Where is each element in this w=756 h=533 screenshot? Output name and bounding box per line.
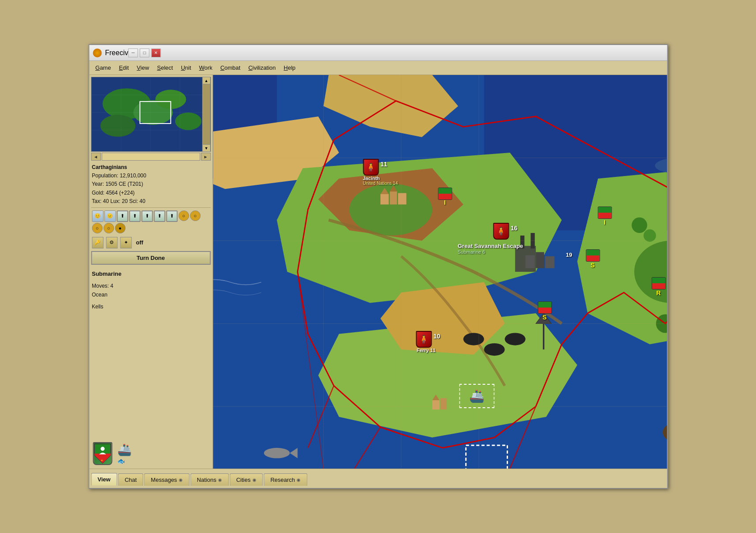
- menu-help[interactable]: Help: [280, 63, 299, 73]
- toolbar-btn-unit4[interactable]: ⬆: [154, 210, 165, 222]
- tab-nations-label: Nations: [197, 477, 216, 483]
- off-label: off: [136, 239, 143, 246]
- sidebar: ▲ ▼ ◄ ► Carthaginians Population: 12,910…: [89, 75, 213, 469]
- menubar: Game Edit View Select Unit Work Combat C…: [89, 61, 667, 75]
- unit-shield: ♥: [93, 442, 112, 465]
- menu-game[interactable]: Game: [92, 63, 114, 73]
- titlebar-buttons: ─ □ ✕: [128, 49, 161, 57]
- menu-unit[interactable]: Unit: [177, 63, 195, 73]
- toolbar-btn-2[interactable]: 😐: [104, 210, 116, 222]
- messages-icon: ◉: [179, 477, 183, 482]
- toolbar-btn-unit1[interactable]: ⬆: [117, 210, 128, 222]
- nations-icon: ◉: [218, 477, 222, 482]
- tab-chat-label: Chat: [124, 477, 136, 483]
- nav-right[interactable]: ►: [201, 153, 211, 161]
- action-btn-3[interactable]: ✦: [120, 237, 132, 248]
- svg-rect-69: [440, 398, 447, 409]
- terrain-label: Ocean: [92, 290, 210, 299]
- svg-point-33: [632, 218, 647, 233]
- svg-point-27: [463, 333, 484, 345]
- minimize-button[interactable]: ─: [128, 49, 138, 57]
- maximize-button[interactable]: □: [139, 49, 149, 57]
- menu-combat[interactable]: Combat: [217, 63, 244, 73]
- year-label: Year: 1505 CE (T201): [92, 180, 210, 188]
- tab-messages[interactable]: Messages ◉: [144, 473, 189, 486]
- tab-research[interactable]: Research ◉: [264, 473, 308, 486]
- toolbar-btn-gold5[interactable]: ●: [115, 223, 125, 233]
- titlebar: Freeciv ─ □ ✕: [89, 45, 667, 61]
- menu-select[interactable]: Select: [154, 63, 177, 73]
- svg-rect-60: [380, 194, 389, 204]
- tab-chat[interactable]: Chat: [118, 473, 143, 486]
- tab-cities[interactable]: Cities ◉: [229, 473, 263, 486]
- svg-rect-67: [545, 256, 554, 268]
- unit-display: ♥ 🚢 🐟: [91, 440, 211, 467]
- tab-messages-label: Messages: [151, 477, 177, 483]
- main-window: Freeciv ─ □ ✕ Game Edit View Select Unit…: [88, 44, 668, 489]
- nav-left[interactable]: ◄: [91, 153, 101, 161]
- cities-icon: ◉: [252, 477, 256, 482]
- action-btn-1[interactable]: 🔑: [92, 237, 103, 248]
- tab-research-label: Research: [271, 477, 295, 483]
- toolbar-btn-gold3[interactable]: ○: [92, 223, 102, 233]
- toolbar-btn-gold2[interactable]: ○: [190, 210, 200, 221]
- svg-point-28: [484, 343, 504, 356]
- window-title: Freeciv: [105, 49, 128, 57]
- bottom-tabs: View Chat Messages ◉ Nations ◉ Cities ◉ …: [89, 469, 667, 488]
- svg-rect-65: [525, 255, 534, 268]
- unit-type-label: Submarine: [92, 269, 210, 279]
- svg-rect-62: [398, 193, 406, 205]
- svg-point-29: [504, 333, 525, 345]
- submarine-icon: 🚢 🐟: [117, 443, 132, 465]
- tab-nations[interactable]: Nations ◉: [190, 473, 229, 486]
- minimap-scroll-down[interactable]: ▼: [203, 144, 210, 151]
- research-icon: ◉: [297, 477, 301, 482]
- svg-rect-68: [432, 400, 439, 409]
- svg-point-39: [263, 448, 290, 458]
- toolbar-btn-unit2[interactable]: ⬆: [129, 210, 140, 222]
- menu-edit[interactable]: Edit: [115, 63, 132, 73]
- toolbar-btn-unit5[interactable]: ⬆: [166, 210, 177, 222]
- civ-name: Carthaginians: [92, 163, 210, 172]
- minimap[interactable]: ▲ ▼: [91, 77, 211, 152]
- svg-point-3: [100, 115, 135, 137]
- main-content: ▲ ▼ ◄ ► Carthaginians Population: 12,910…: [89, 75, 667, 469]
- menu-work[interactable]: Work: [196, 63, 216, 73]
- toolbar-btn-1[interactable]: 😊: [92, 210, 103, 222]
- svg-point-34: [643, 229, 656, 242]
- svg-rect-66: [536, 252, 544, 268]
- minimap-scrollbar[interactable]: [102, 153, 200, 161]
- city-label: Kells: [92, 302, 210, 311]
- map-viewport[interactable]: Per-B 8 🧍 11: [213, 75, 667, 469]
- population-label: Population: 12,910,000: [92, 172, 210, 180]
- map-background: Per-B 8: [213, 75, 667, 469]
- svg-point-5: [175, 113, 201, 130]
- toolbar-btn-unit3[interactable]: ⬆: [141, 210, 153, 222]
- turn-done-button[interactable]: Turn Done: [91, 251, 211, 265]
- close-button[interactable]: ✕: [151, 49, 161, 57]
- tab-view-label: View: [98, 476, 110, 483]
- unit-info: Submarine Moves: 4 Ocean Kells: [91, 267, 211, 439]
- toolbar-row: 😊 😐 ⬆ ⬆ ⬆ ⬆ ⬆ ○ ○ ○ ○ ●: [91, 210, 211, 234]
- gold-label: Gold: 4564 (+224): [92, 189, 210, 197]
- svg-text:♥: ♥: [101, 458, 102, 462]
- tab-view[interactable]: View: [91, 473, 117, 486]
- svg-rect-31: [520, 236, 524, 248]
- app-icon: [93, 49, 102, 57]
- svg-point-13: [100, 447, 104, 451]
- minimap-scroll-up[interactable]: ▲: [203, 77, 210, 84]
- moves-label: Moves: 4: [92, 282, 210, 290]
- minimap-nav: ◄ ►: [91, 153, 211, 161]
- menu-view[interactable]: View: [133, 63, 153, 73]
- action-btn-2[interactable]: ⚙: [106, 237, 117, 248]
- tax-label: Tax: 40 Lux: 20 Sci: 40: [92, 197, 210, 206]
- tab-cities-label: Cities: [236, 477, 251, 483]
- civ-info: Carthaginians Population: 12,910,000 Yea…: [91, 161, 211, 208]
- svg-rect-61: [390, 191, 397, 204]
- toolbar-btn-gold4[interactable]: ○: [103, 223, 114, 233]
- action-row: 🔑 ⚙ ✦ off: [91, 236, 211, 249]
- menu-civilization[interactable]: Civilization: [245, 63, 279, 73]
- toolbar-btn-gold1[interactable]: ○: [178, 210, 189, 221]
